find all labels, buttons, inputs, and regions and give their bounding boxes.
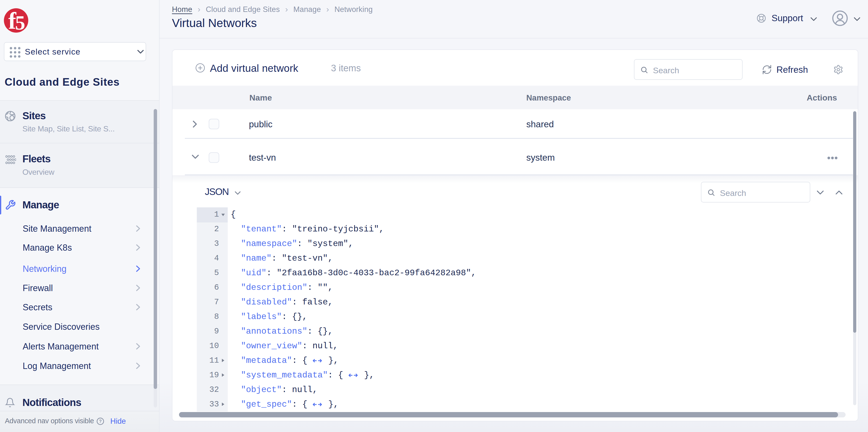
svg-text:?: ? xyxy=(99,419,102,424)
svg-text:5: 5 xyxy=(15,11,25,33)
